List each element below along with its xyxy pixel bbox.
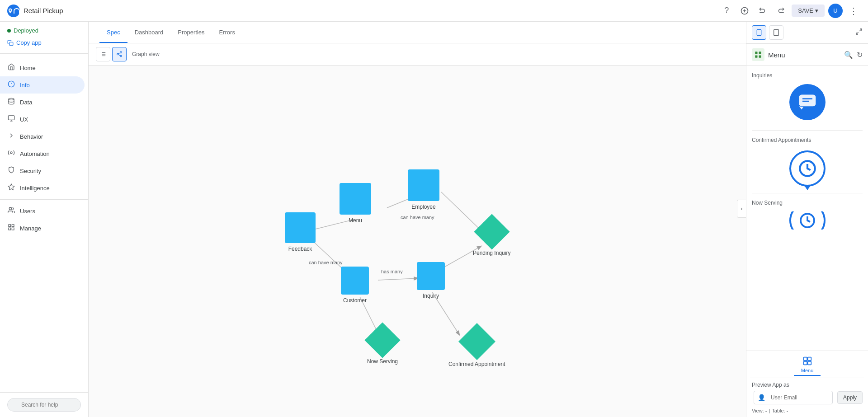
logo-icon xyxy=(7,5,20,17)
svg-line-44 xyxy=(856,32,859,34)
confirmed-appointments-item[interactable] xyxy=(746,145,868,193)
svg-rect-15 xyxy=(9,225,11,227)
topbar-icons: ? SAVE ▾ U ⋮ xyxy=(719,4,861,18)
svg-rect-16 xyxy=(12,225,14,227)
edge-label-customer-inquiry: has many xyxy=(381,269,403,274)
svg-rect-45 xyxy=(755,52,757,54)
node-customer[interactable]: Customer xyxy=(341,267,369,304)
users-icon xyxy=(7,206,15,216)
svg-rect-9 xyxy=(8,116,14,120)
svg-rect-48 xyxy=(759,56,761,58)
svg-rect-56 xyxy=(803,361,807,365)
data-icon xyxy=(7,98,15,107)
home-icon xyxy=(7,63,15,72)
search-wrap: 🔍 xyxy=(7,398,81,412)
preview-app-as: Preview App as xyxy=(750,382,864,391)
app-preview[interactable]: Menu 🔍 ↻ Inquiries Conf xyxy=(746,44,868,351)
svg-rect-54 xyxy=(803,357,807,361)
avatar-button[interactable]: U xyxy=(828,4,843,18)
sidebar-item-data[interactable]: Data xyxy=(0,94,85,111)
manage-icon xyxy=(7,224,15,233)
svg-point-8 xyxy=(9,98,14,100)
graph-view-label: Graph view xyxy=(132,51,160,57)
node-employee[interactable]: Employee xyxy=(408,169,439,210)
more-menu-button[interactable]: ⋮ xyxy=(846,4,861,18)
node-confirmed-appointment[interactable]: Confirmed Appointment xyxy=(448,328,505,367)
redo-button[interactable] xyxy=(774,4,788,18)
sidebar-item-manage[interactable]: Manage xyxy=(0,220,85,237)
node-menu[interactable]: Menu xyxy=(340,183,371,224)
automation-icon xyxy=(7,149,15,158)
tablet-view-button[interactable] xyxy=(769,25,783,40)
svg-point-12 xyxy=(10,152,12,154)
node-feedback[interactable]: Feedback xyxy=(285,212,316,252)
sidebar-item-ux[interactable]: UX xyxy=(0,111,85,128)
info-icon xyxy=(7,80,15,89)
tab-bar: Spec Dashboard Properties Errors xyxy=(89,22,746,43)
graph-canvas[interactable]: can have many can have many has many Men… xyxy=(89,66,746,417)
inquiries-item[interactable] xyxy=(746,80,868,130)
node-pending-inquiry[interactable]: Pending Inquiry xyxy=(473,219,510,256)
apply-button[interactable]: Apply xyxy=(837,391,863,404)
now-serving-label: Now Serving xyxy=(746,193,868,208)
svg-line-43 xyxy=(859,29,862,31)
svg-rect-18 xyxy=(12,228,14,230)
user-email-input-wrap: 👤 xyxy=(754,391,833,404)
node-inquiry[interactable]: Inquiry xyxy=(417,262,445,299)
search-input[interactable] xyxy=(7,398,81,412)
inquiries-icon-wrap xyxy=(789,84,826,120)
svg-rect-47 xyxy=(755,56,757,58)
app-title: Retail Pickup xyxy=(24,7,63,14)
sidebar-item-automation[interactable]: Automation xyxy=(0,145,85,162)
sidebar-bottom: 🔍 xyxy=(0,392,88,417)
tab-errors[interactable]: Errors xyxy=(212,23,242,43)
sidebar-item-intelligence[interactable]: Intelligence xyxy=(0,179,85,197)
graph-toolbar: Graph view xyxy=(89,43,746,66)
panel-footer: View: - | Table: - xyxy=(750,408,864,413)
edges-svg xyxy=(89,66,746,417)
user-email-input[interactable] xyxy=(769,392,833,403)
behavior-icon xyxy=(7,132,15,141)
preview-refresh-button[interactable]: ↻ xyxy=(857,51,863,59)
undo-button[interactable] xyxy=(755,4,770,18)
add-button[interactable] xyxy=(737,4,752,18)
edge-label-employee-pending: can have many xyxy=(401,215,434,220)
panel-collapse-arrow[interactable]: › xyxy=(737,200,746,218)
sidebar-item-behavior[interactable]: Behavior xyxy=(0,128,85,145)
tab-dashboard[interactable]: Dashboard xyxy=(127,23,171,43)
svg-rect-4 xyxy=(9,42,13,46)
now-serving-item[interactable] xyxy=(746,208,868,233)
sidebar-item-security[interactable]: Security xyxy=(0,162,85,179)
panel-tab-menu[interactable]: Menu xyxy=(794,355,821,376)
sidebar-item-info[interactable]: Info xyxy=(0,76,85,94)
svg-rect-17 xyxy=(9,228,11,230)
sidebar-item-home[interactable]: Home xyxy=(0,59,85,76)
user-email-icon: 👤 xyxy=(754,391,769,404)
panel-bottom: Menu Preview App as 👤 Apply View: - | Ta… xyxy=(746,351,868,417)
preview-app-icon xyxy=(752,48,764,61)
copy-app-button[interactable]: Copy app xyxy=(0,37,88,52)
node-now-serving[interactable]: Now Serving xyxy=(367,328,398,365)
mobile-view-button[interactable] xyxy=(752,25,766,40)
confirmed-appointments-clock-icon xyxy=(789,150,826,187)
panel-tab-icon xyxy=(803,356,812,368)
intelligence-icon xyxy=(7,183,15,192)
save-button[interactable]: SAVE ▾ xyxy=(792,5,825,17)
svg-point-0 xyxy=(9,9,11,10)
svg-rect-57 xyxy=(807,361,811,365)
ux-icon xyxy=(7,115,15,124)
svg-point-14 xyxy=(9,207,11,210)
expand-panel-button[interactable] xyxy=(855,28,863,37)
tab-properties[interactable]: Properties xyxy=(170,23,212,43)
graph-view-button[interactable] xyxy=(112,47,127,61)
tab-spec[interactable]: Spec xyxy=(99,23,127,43)
help-button[interactable]: ? xyxy=(719,4,734,18)
svg-rect-49 xyxy=(799,95,816,107)
svg-marker-13 xyxy=(8,184,14,190)
content-area: Spec Dashboard Properties Errors Graph v… xyxy=(89,22,746,417)
list-view-button[interactable] xyxy=(96,47,110,61)
svg-line-28 xyxy=(118,55,120,56)
panel-view-toggle xyxy=(746,22,868,44)
preview-search-button[interactable]: 🔍 xyxy=(844,51,853,59)
sidebar-item-users[interactable]: Users xyxy=(0,202,85,220)
